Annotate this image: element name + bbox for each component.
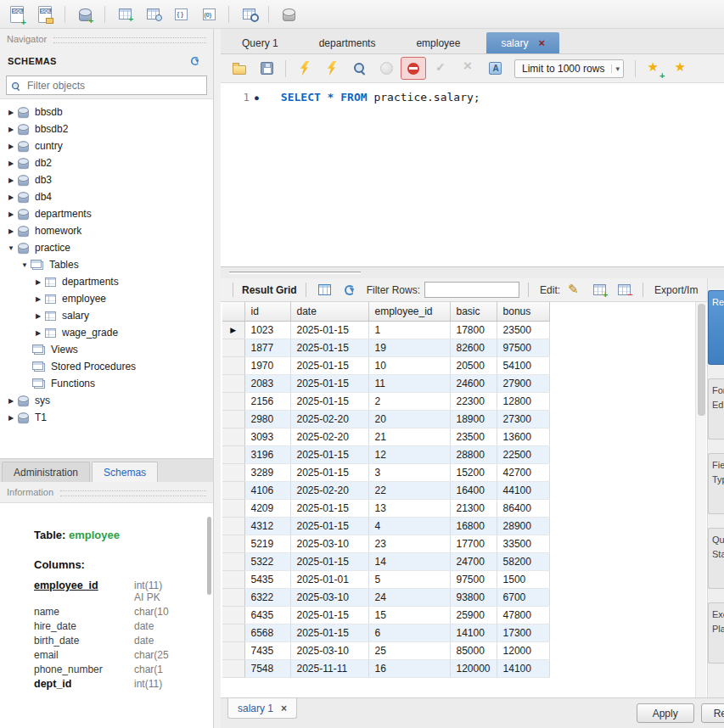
row-selector[interactable] bbox=[222, 374, 244, 392]
cell[interactable]: 85000 bbox=[450, 641, 497, 659]
cell[interactable]: 58200 bbox=[497, 552, 549, 570]
cell[interactable]: 14100 bbox=[450, 624, 497, 641]
commit-icon[interactable] bbox=[428, 57, 453, 80]
cell[interactable]: 44100 bbox=[497, 481, 549, 499]
cell[interactable]: 14100 bbox=[497, 659, 549, 677]
expand-icon[interactable]: ▶ bbox=[5, 143, 17, 150]
cell[interactable]: 5435 bbox=[244, 570, 290, 588]
expand-icon[interactable]: ▶ bbox=[5, 160, 17, 167]
tree-item-employee[interactable]: ▶employee bbox=[0, 290, 213, 307]
cell[interactable]: 2025-01-15 bbox=[290, 356, 368, 374]
cell[interactable]: 47800 bbox=[497, 606, 549, 624]
expand-icon[interactable]: ▶ bbox=[5, 176, 17, 184]
cell[interactable]: 15 bbox=[368, 606, 450, 624]
row-selector[interactable] bbox=[222, 481, 244, 499]
info-scrollbar[interactable] bbox=[207, 517, 211, 595]
row-selector[interactable] bbox=[222, 356, 244, 374]
expand-icon[interactable]: ▶ bbox=[5, 210, 17, 218]
column-header-date[interactable]: date bbox=[290, 302, 368, 321]
tree-item-stored-procedures[interactable]: Stored Procedures bbox=[0, 358, 213, 375]
row-selector[interactable]: ▶ bbox=[222, 321, 244, 339]
cell[interactable]: 2025-01-15 bbox=[290, 606, 368, 624]
tree-item-bbsdb[interactable]: ▶bbsdb bbox=[0, 104, 213, 120]
row-selector[interactable] bbox=[222, 606, 244, 624]
tree-item-practice[interactable]: ▼practice bbox=[0, 239, 213, 256]
create-function-icon[interactable] bbox=[196, 3, 222, 25]
collapse-icon[interactable]: ▼ bbox=[19, 261, 31, 269]
collapse-icon[interactable]: ▼ bbox=[5, 244, 17, 252]
filter-objects-input[interactable] bbox=[6, 76, 207, 95]
row-selector[interactable] bbox=[222, 570, 244, 588]
insert-row-icon[interactable] bbox=[589, 280, 609, 300]
cell[interactable]: 1500 bbox=[497, 570, 549, 588]
cell[interactable]: 22500 bbox=[497, 445, 549, 463]
tree-item-cuntry[interactable]: ▶cuntry bbox=[0, 137, 213, 154]
expand-icon[interactable]: ▶ bbox=[5, 109, 17, 116]
side-tab-query-stats[interactable]: Query Stats bbox=[708, 528, 724, 589]
cell[interactable]: 17300 bbox=[497, 624, 549, 641]
toggle-stop-on-error-icon[interactable] bbox=[401, 57, 426, 80]
row-selector[interactable] bbox=[222, 428, 244, 445]
cell[interactable]: 20500 bbox=[450, 356, 497, 374]
create-view-icon[interactable] bbox=[140, 3, 166, 25]
cell[interactable]: 5 bbox=[368, 570, 450, 588]
cell[interactable]: 3 bbox=[368, 463, 450, 481]
cell[interactable]: 10 bbox=[368, 356, 450, 374]
cell[interactable]: 16400 bbox=[450, 481, 497, 499]
cell[interactable]: 7548 bbox=[244, 659, 290, 677]
create-schema-icon[interactable] bbox=[72, 3, 98, 25]
tree-item-tables[interactable]: ▼Tables bbox=[0, 256, 213, 273]
refresh-schemas-icon[interactable] bbox=[185, 51, 205, 71]
execute-current-statement-icon[interactable] bbox=[319, 57, 345, 80]
cell[interactable]: 21300 bbox=[450, 499, 497, 517]
cell[interactable]: 12000 bbox=[497, 641, 549, 659]
cell[interactable]: 20 bbox=[368, 410, 450, 428]
cell[interactable]: 6 bbox=[368, 624, 450, 641]
cell[interactable]: 2025-01-15 bbox=[290, 374, 368, 392]
cell[interactable]: 97500 bbox=[450, 570, 497, 588]
cell[interactable]: 2025-01-15 bbox=[290, 624, 368, 641]
cell[interactable]: 2156 bbox=[244, 392, 290, 410]
apply-button[interactable]: Apply bbox=[637, 703, 694, 723]
nav-tab-schemas[interactable]: Schemas bbox=[92, 462, 158, 482]
cell[interactable]: 13 bbox=[368, 499, 450, 517]
expand-icon[interactable]: ▶ bbox=[32, 312, 44, 320]
open-script-icon[interactable] bbox=[227, 57, 252, 80]
cell[interactable]: 24700 bbox=[450, 552, 497, 570]
side-tab-form-editor[interactable]: Form Editor bbox=[708, 378, 724, 440]
cell[interactable]: 4209 bbox=[244, 499, 290, 517]
expand-icon[interactable]: ▶ bbox=[5, 414, 17, 422]
cell[interactable]: 24 bbox=[368, 588, 450, 606]
editor-result-splitter[interactable] bbox=[221, 266, 724, 278]
rollback-icon[interactable] bbox=[455, 57, 480, 80]
cell[interactable]: 23 bbox=[368, 535, 450, 552]
toggle-autocommit-icon[interactable] bbox=[482, 57, 508, 80]
expand-icon[interactable]: ▶ bbox=[5, 397, 17, 405]
open-sql-script-icon[interactable] bbox=[32, 3, 58, 25]
tree-item-bbsdb2[interactable]: ▶bbsdb2 bbox=[0, 120, 213, 137]
row-selector[interactable] bbox=[222, 659, 244, 677]
tree-item-departments[interactable]: ▶departments bbox=[0, 205, 213, 222]
cell[interactable]: 18900 bbox=[450, 410, 497, 428]
result-tab-salary-1[interactable]: salary 1 × bbox=[227, 698, 297, 719]
save-script-icon[interactable] bbox=[254, 57, 279, 80]
grid-view-icon[interactable] bbox=[315, 280, 335, 300]
cell[interactable]: 2025-11-11 bbox=[290, 659, 368, 677]
stop-execution-icon[interactable] bbox=[373, 57, 399, 80]
cell[interactable]: 12 bbox=[368, 445, 450, 463]
cell[interactable]: 22300 bbox=[450, 392, 497, 410]
tree-item-homework[interactable]: ▶homework bbox=[0, 222, 213, 239]
tree-item-sys[interactable]: ▶sys bbox=[0, 392, 213, 409]
close-tab-icon[interactable]: × bbox=[538, 36, 545, 49]
column-header-basic[interactable]: basic bbox=[450, 302, 497, 321]
editor-tab-departments[interactable]: departments bbox=[305, 32, 390, 53]
create-procedure-icon[interactable] bbox=[168, 3, 194, 25]
cell[interactable]: 6322 bbox=[244, 588, 290, 606]
refresh-grid-icon[interactable] bbox=[340, 280, 360, 300]
cell[interactable]: 82600 bbox=[450, 339, 497, 356]
cell[interactable]: 2025-03-10 bbox=[290, 641, 368, 659]
cell[interactable]: 2083 bbox=[244, 374, 290, 392]
cell[interactable]: 2025-02-20 bbox=[290, 481, 368, 499]
tree-item-salary[interactable]: ▶salary bbox=[0, 307, 213, 324]
cell[interactable]: 2025-01-15 bbox=[290, 499, 368, 517]
